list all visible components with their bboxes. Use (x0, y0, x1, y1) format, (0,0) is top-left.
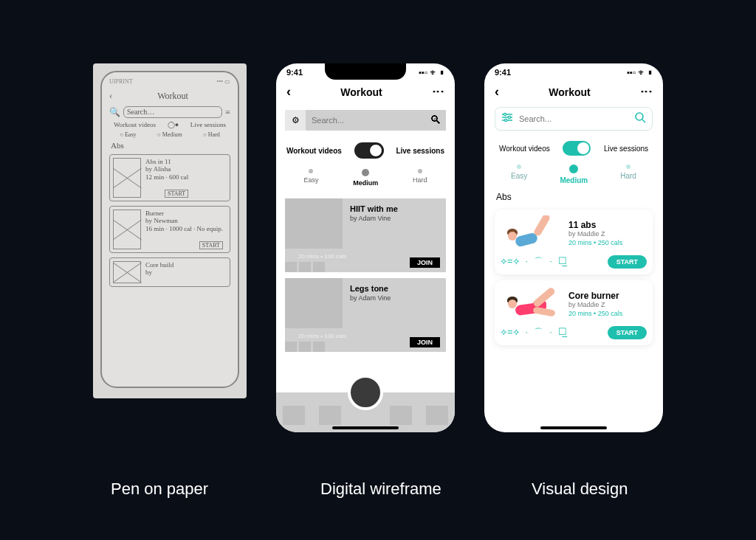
workout-card[interactable]: HIIT with me by Adam Vine 20 mins • 100 … (285, 198, 446, 272)
svg-point-3 (504, 113, 506, 115)
workout-thumb (501, 286, 561, 322)
workout-author: by Adam Vine (350, 294, 391, 302)
back-icon: ‹ (109, 90, 112, 101)
filter-icon[interactable]: ⚙ (285, 110, 306, 131)
paper-sketch: UIPRINT••• ▭ ‹ Workout 🔍 Search… ≡ Worko… (93, 63, 247, 398)
dumbbell-icon: ⟡=⟡ (501, 326, 520, 339)
workout-card: Core build by (109, 257, 230, 287)
mode-left-label: Workout videos (499, 145, 550, 153)
mode-toggle[interactable] (354, 142, 384, 159)
chair-icon: ☐̲ (558, 255, 567, 269)
caption-wireframe: Digital wireframe (320, 480, 441, 499)
difficulty-easy[interactable]: Easy (303, 169, 318, 187)
svg-point-5 (504, 119, 506, 121)
tab-item[interactable] (319, 406, 341, 425)
workout-card[interactable]: Core burner by Maddie Z 20 mins • 250 ca… (495, 280, 653, 345)
workout-thumb (501, 215, 561, 251)
page-title: Workout (549, 86, 591, 98)
join-button[interactable]: JOIN (410, 257, 440, 268)
workout-meta: 20 mins • 250 cals (568, 239, 622, 246)
tab-item[interactable] (390, 406, 412, 425)
equipment-icons: ⟡=⟡·⌒·☐̲ (501, 326, 567, 339)
workout-thumb (285, 278, 343, 328)
start-button[interactable]: START (608, 326, 647, 339)
paper-brand: UIPRINT (109, 78, 133, 85)
caption-visual: Visual design (532, 480, 628, 499)
back-icon[interactable]: ‹ (286, 84, 291, 100)
workout-card: Burner by Newman 16 min · 1000 cal · No … (109, 206, 230, 253)
status-time: 9:41 (495, 68, 511, 77)
status-icons: ▪▪▫ ᯤ ▮ (627, 68, 653, 77)
workout-card[interactable]: 11 abs by Maddie Z 20 mins • 250 cals ⟡=… (495, 210, 653, 274)
difficulty-easy[interactable]: Easy (511, 165, 527, 184)
difficulty-hard[interactable]: Hard (413, 169, 427, 187)
start-button[interactable]: START (608, 255, 647, 269)
more-icon[interactable]: ⋮ (431, 86, 445, 98)
page-title: Workout (340, 86, 382, 98)
mode-left-label: Workout videos (286, 147, 342, 155)
section-title: Abs (484, 190, 663, 204)
search-input: Search… (123, 106, 222, 118)
filter-icon[interactable] (501, 112, 513, 125)
mode-toggle[interactable] (563, 141, 591, 156)
status-icons: ▪▪▫ ᯤ ▮ (419, 68, 444, 77)
join-button[interactable]: JOIN (410, 337, 440, 347)
workout-meta: 20 mins • 100 cals (298, 253, 346, 260)
search-input[interactable] (306, 110, 425, 131)
dumbbell-icon: ⟡=⟡ (501, 255, 520, 269)
caption-paper: Pen on paper (111, 480, 208, 499)
home-indicator (332, 426, 399, 429)
workout-thumb (285, 198, 343, 249)
fab-button[interactable] (348, 375, 383, 410)
workout-title: Legs tone (350, 284, 388, 293)
workout-author: by Maddie Z (568, 230, 622, 238)
wireframe-phone: 9:41 ▪▪▫ ᯤ ▮ ‹ Workout ⋮ ⚙ 🔍︎ Workout vi… (276, 63, 455, 432)
workout-meta: 20 mins • 250 cals (568, 310, 622, 317)
difficulty-hard[interactable]: Hard (620, 165, 636, 184)
more-icon[interactable]: ⋮ (639, 86, 653, 98)
svg-point-6 (636, 113, 643, 120)
home-indicator (540, 426, 607, 429)
svg-point-4 (508, 116, 510, 118)
difficulty-medium[interactable]: Medium (353, 169, 378, 187)
workout-title: HIIT with me (350, 204, 398, 213)
tab-item[interactable] (283, 406, 305, 425)
status-time: 9:41 (286, 68, 303, 77)
notch (325, 63, 406, 80)
workout-title: 11 abs (568, 220, 622, 230)
search-icon[interactable]: 🔍︎ (425, 110, 446, 131)
back-icon[interactable]: ‹ (495, 84, 499, 100)
workout-title: Core burner (568, 291, 622, 301)
workout-author: by Adam Vine (350, 215, 391, 222)
tab-item[interactable] (426, 406, 448, 425)
jumprope-icon: ⌒ (534, 326, 543, 339)
equipment-icons: ⟡=⟡·⌒·☐̲ (501, 255, 567, 269)
page-title: Workout (115, 91, 230, 102)
search-icon[interactable] (634, 111, 646, 126)
workout-card: Abs in 11 by Alisha 12 min · 600 cal STA… (109, 154, 230, 201)
difficulty-medium[interactable]: Medium (560, 165, 588, 184)
workout-card[interactable]: Legs tone by Adam Vine 20 mins • 100 cal… (285, 278, 446, 352)
jumprope-icon: ⌒ (534, 255, 543, 269)
workout-meta: 20 mins • 100 cals (298, 333, 346, 339)
search-input[interactable] (519, 114, 628, 123)
section-title: Abs (111, 141, 229, 150)
visual-phone: 9:41 ▪▪▫ ᯤ ▮ ‹ Workout ⋮ Workout videos (484, 63, 663, 432)
workout-author: by Maddie Z (568, 301, 622, 308)
mode-right-label: Live sessions (604, 145, 648, 153)
svg-line-7 (642, 120, 645, 122)
chair-icon: ☐̲ (558, 326, 567, 339)
mode-right-label: Live sessions (396, 147, 444, 155)
